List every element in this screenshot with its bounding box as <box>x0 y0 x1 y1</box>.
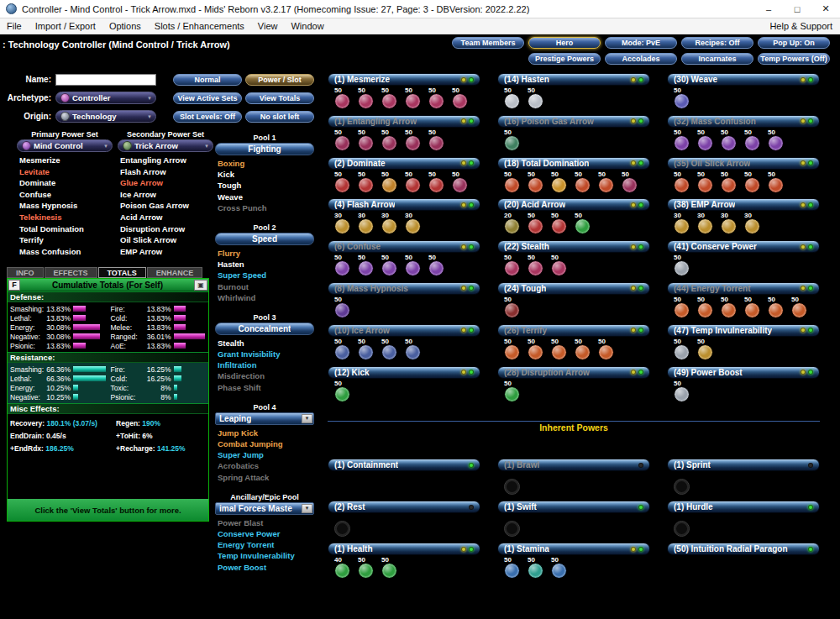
enhancement-slot[interactable]: 50 <box>674 254 691 278</box>
enhancement-slot[interactable]: 50 <box>528 254 545 278</box>
power-list-item-tough[interactable]: Tough <box>215 180 314 191</box>
enhancement-slot[interactable]: 50 <box>334 380 352 404</box>
enhancement-slot[interactable] <box>674 515 691 538</box>
enhancement-slot[interactable]: 50 <box>551 338 569 362</box>
power-list-item-mesmerize[interactable]: Mesmerize <box>17 155 113 166</box>
power-list-item-phase-shift[interactable]: Phase Shift <box>215 382 314 393</box>
enhancement-slot[interactable]: 50 <box>674 338 691 362</box>
enhancement-slot[interactable]: 50 <box>744 296 762 320</box>
enhancement-slot[interactable]: 30 <box>674 212 691 236</box>
power-bar[interactable]: (10) Ice Arrow <box>328 324 480 337</box>
enhancement-slot[interactable]: 50 <box>674 296 691 320</box>
enhancement-slot[interactable] <box>504 515 522 538</box>
enhancement-slot[interactable] <box>674 473 691 496</box>
enhancement-slot[interactable]: 50 <box>575 338 592 362</box>
power-bar[interactable]: (38) EMP Arrow <box>667 198 820 211</box>
power-list-item-entangling-arrow[interactable]: Entangling Arrow <box>118 155 213 166</box>
enhancement-slot[interactable]: 50 <box>674 129 691 153</box>
screenshot-icon[interactable]: ▣ <box>194 280 207 291</box>
enhancement-slot[interactable]: 50 <box>768 129 785 153</box>
enhancement-slot[interactable]: 50 <box>381 129 399 153</box>
power-list-item-acid-arrow[interactable]: Acid Arrow <box>118 212 213 223</box>
enhancement-slot[interactable]: 50 <box>504 254 522 278</box>
enhancement-slot[interactable]: 50 <box>358 129 375 153</box>
enhancement-slot[interactable]: 50 <box>697 171 715 195</box>
menu-slots-enhancements[interactable]: Slots / Enhancements <box>148 18 251 34</box>
no-slot-left-button[interactable]: No slot left <box>245 111 314 123</box>
power-list-item-acrobatics[interactable]: Acrobatics <box>215 460 314 471</box>
power-bar[interactable]: (41) Conserve Power <box>667 240 820 253</box>
power-list-item-hasten[interactable]: Hasten <box>215 259 314 270</box>
power-slot-button[interactable]: Power / Slot <box>245 74 314 86</box>
enhancement-slot[interactable]: 50 <box>504 380 522 404</box>
enhancement-slot[interactable]: 50 <box>428 171 446 195</box>
pool-dropdown-imal-forces-maste[interactable]: imal Forces Maste▼ <box>215 502 314 515</box>
name-input[interactable] <box>55 74 156 86</box>
power-bar[interactable]: (1) Swift <box>497 501 650 513</box>
power-bar[interactable]: (18) Total Domination <box>497 157 650 170</box>
power-bar[interactable]: (32) Mass Confusion <box>667 115 820 128</box>
power-list-item-flash-arrow[interactable]: Flash Arrow <box>118 166 213 178</box>
enhancement-slot[interactable]: 50 <box>551 254 569 278</box>
enhancement-slot[interactable]: 40 <box>334 557 352 580</box>
power-list-item-infiltration[interactable]: Infiltration <box>215 359 314 370</box>
power-bar[interactable]: (30) Weave <box>667 73 820 86</box>
enhancement-slot[interactable]: 50 <box>744 129 762 153</box>
enhancement-slot[interactable]: 50 <box>504 557 522 580</box>
enhancement-slot[interactable]: 50 <box>575 212 592 236</box>
power-list-item-mass-hypnosis[interactable]: Mass Hypnosis <box>17 200 113 212</box>
power-list-item-confuse[interactable]: Confuse <box>17 189 113 201</box>
enhancement-slot[interactable]: 30 <box>721 212 738 236</box>
power-list-item-jump-kick[interactable]: Jump Kick <box>215 428 314 438</box>
enhancement-slot[interactable]: 50 <box>575 171 592 195</box>
power-bar[interactable]: (20) Acid Arrow <box>497 198 650 211</box>
enhancement-slot[interactable]: 50 <box>334 87 352 111</box>
power-list-item-dominate[interactable]: Dominate <box>17 177 113 189</box>
enhancement-slot[interactable]: 30 <box>334 212 352 236</box>
power-list-item-glue-arrow[interactable]: Glue Arrow <box>118 177 213 189</box>
menu-file[interactable]: File <box>0 18 29 34</box>
enhancement-slot[interactable]: 50 <box>334 129 352 153</box>
enhancement-slot[interactable]: 50 <box>428 254 446 278</box>
power-bar[interactable]: (16) Poison Gas Arrow <box>497 115 650 128</box>
power-list-item-cross-punch[interactable]: Cross Punch <box>215 202 314 213</box>
power-list-item-conserve-power[interactable]: Conserve Power <box>215 528 314 539</box>
power-list-item-energy-torrent[interactable]: Energy Torrent <box>215 539 314 550</box>
origin-dropdown[interactable]: Technology ▼ <box>55 110 156 123</box>
enhancement-slot[interactable]: 50 <box>405 129 423 153</box>
enhancement-slot[interactable]: 50 <box>674 171 691 195</box>
tab-totals[interactable]: TOTALS <box>98 267 146 278</box>
enhancement-slot[interactable]: 50 <box>721 171 738 195</box>
enhancement-slot[interactable]: 50 <box>504 87 522 111</box>
enhancement-slot[interactable]: 50 <box>598 171 616 195</box>
power-list-item-mass-confusion[interactable]: Mass Confusion <box>17 246 113 258</box>
power-bar[interactable]: (35) Oil Slick Arrow <box>667 157 820 170</box>
maximize-button[interactable]: □ <box>783 0 811 18</box>
power-bar[interactable]: (1) Stamina <box>497 543 650 555</box>
power-list-item-misdirection[interactable]: Misdirection <box>215 370 314 381</box>
power-bar[interactable]: (1) Containment <box>328 459 480 471</box>
enhancement-slot[interactable]: 30 <box>744 212 762 236</box>
enhancement-slot[interactable]: 50 <box>528 557 545 580</box>
enhancement-slot[interactable]: 50 <box>405 338 423 362</box>
power-list-item-power-boost[interactable]: Power Boost <box>215 562 314 573</box>
menu-help-support[interactable]: Help & Support <box>762 21 840 31</box>
archetype-dropdown[interactable]: Controller ▼ <box>55 92 156 104</box>
enhancement-slot[interactable]: 50 <box>528 171 545 195</box>
enhancement-slot[interactable] <box>504 473 522 496</box>
view-active-sets-button[interactable]: View Active Sets <box>173 92 242 104</box>
incarnates-button[interactable]: Incarnates <box>681 53 753 65</box>
power-list-item-super-speed[interactable]: Super Speed <box>215 270 314 281</box>
power-list-item-boxing[interactable]: Boxing <box>215 158 314 169</box>
enhancement-slot[interactable]: 50 <box>504 338 522 362</box>
enhancement-slot[interactable]: 50 <box>405 87 423 111</box>
power-bar[interactable]: (6) Confuse <box>328 240 480 253</box>
accolades-button[interactable]: Accolades <box>605 53 677 65</box>
power-bar[interactable]: (1) Mesmerize <box>328 73 480 86</box>
enhancement-slot[interactable]: 50 <box>358 557 375 580</box>
enhancement-slot[interactable]: 50 <box>428 129 446 153</box>
power-bar[interactable]: (26) Terrify <box>497 324 650 337</box>
power-list-item-spring-attack[interactable]: Spring Attack <box>215 472 314 483</box>
power-list-item-temp-invulnerability[interactable]: Temp Invulnerability <box>215 550 314 561</box>
power-list-item-burnout[interactable]: Burnout <box>215 281 314 292</box>
